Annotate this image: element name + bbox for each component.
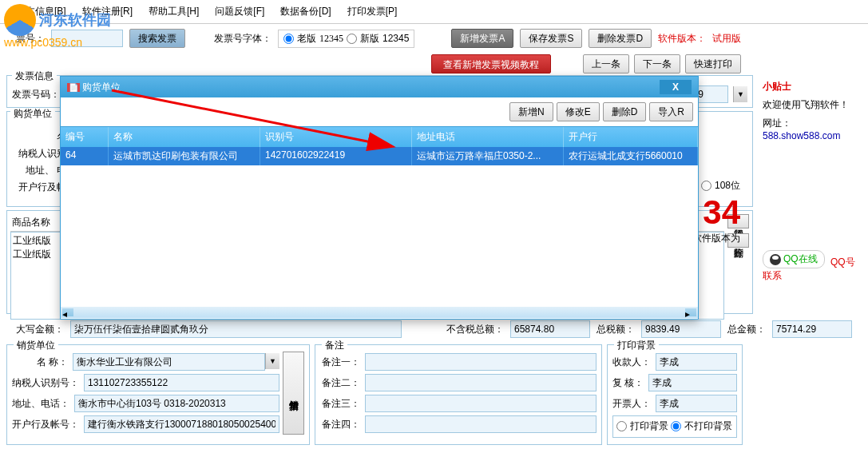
th-no[interactable]: 编号 (61, 127, 109, 147)
font-new-sample: 12345 (382, 33, 409, 44)
seller-bank-label: 开户行及帐号： (12, 418, 79, 431)
modal-table-header: 编号 名称 识别号 地址电话 开户行 (61, 126, 698, 147)
version-value: 试用版 (712, 32, 741, 46)
invoice-info-title: 发票信息 (12, 70, 57, 81)
payee-label: 收款人： (612, 356, 651, 369)
total-input[interactable] (772, 320, 852, 338)
date-dropdown-icon[interactable]: ▼ (733, 86, 747, 102)
modal-close-button[interactable]: X (660, 80, 692, 94)
modal-title: 购货单位 (82, 81, 121, 93)
menu-register[interactable]: 软件注册[R] (82, 5, 133, 18)
td-bank: 农行运城北成支行5660010 (564, 147, 698, 165)
pretax-label: 不含税总额： (446, 323, 504, 336)
seller-dropdown-icon[interactable]: ▼ (265, 353, 279, 369)
tips-welcome: 欢迎使用飞翔软件！ (763, 98, 857, 112)
remark1-input[interactable] (365, 353, 597, 371)
pretax-input[interactable] (510, 320, 590, 338)
seller-addr-input[interactable] (74, 395, 279, 412)
menu-help[interactable]: 帮助工具[H] (149, 5, 199, 18)
modal-delete-button[interactable]: 删除D (603, 102, 647, 121)
tips-url: 588.show588.com (763, 130, 840, 141)
print-bg-no-label: 不打印背景 (684, 419, 732, 433)
total-label: 总金额： (727, 323, 766, 336)
pos-108-radio[interactable] (701, 181, 711, 191)
prev-button[interactable]: 上一条 (583, 54, 629, 74)
reviewer-input[interactable] (648, 374, 737, 391)
tips-url-label: 网址： (763, 117, 791, 129)
buyer-tax-label: 纳税人识别 (10, 147, 66, 161)
seller-tax-input[interactable] (84, 374, 279, 391)
table-row[interactable]: 64 运城市凯达印刷包装有限公司 142701602922419 运城市运万路幸… (61, 147, 698, 165)
payee-input[interactable] (656, 353, 737, 371)
remark3-input[interactable] (365, 395, 597, 412)
add-invoice-button[interactable]: 新增发票A (451, 29, 513, 48)
modal-add-button[interactable]: 新增N (509, 102, 553, 121)
issuer-input[interactable] (656, 395, 737, 412)
td-no: 64 (61, 147, 109, 165)
version-label: 软件版本： (658, 32, 706, 46)
seller-name-input[interactable] (73, 353, 265, 371)
qq-online-button[interactable]: QQ在线 (763, 250, 825, 268)
th-bank[interactable]: 开户行 (564, 127, 698, 147)
menu-feedback[interactable]: 问题反馈[F] (215, 5, 264, 18)
save-invoice-button[interactable]: 保存发票S (520, 29, 582, 48)
scroll-left-icon[interactable]: ◂ (62, 308, 73, 316)
print-bg-title: 打印背景 (614, 339, 659, 352)
remark3-label: 备注三： (320, 397, 360, 411)
modal-import-button[interactable]: 导入R (649, 102, 693, 121)
th-id[interactable]: 识别号 (260, 127, 412, 147)
cn-amount-input[interactable] (70, 320, 402, 338)
invoice-no-label: 票号： (16, 32, 45, 46)
th-name[interactable]: 名称 (109, 127, 260, 147)
buyer-bank-label: 开户行及帐 (10, 181, 66, 194)
big-number: 34 (692, 193, 740, 232)
buyer-addr-label: 地址、 电 (10, 164, 66, 177)
tips-title: 小贴士 (763, 80, 857, 93)
remark2-label: 备注二： (320, 376, 360, 390)
remark4-label: 备注四： (320, 418, 360, 431)
print-bg-yes-radio[interactable] (616, 421, 627, 431)
buyer-title: 购货单位 (10, 108, 55, 119)
tax-input[interactable] (641, 320, 721, 338)
search-invoice-button[interactable]: 搜索发票 (129, 29, 185, 48)
menu-basic[interactable]: 基本信息[B] (16, 5, 66, 18)
font-new-radio[interactable] (347, 34, 357, 44)
reviewer-label: 复 核： (612, 376, 644, 390)
remarks-title: 备注 (322, 339, 347, 352)
td-addr: 运城市运万路幸福庄0350-2... (412, 147, 564, 165)
menu-backup[interactable]: 数据备份[D] (280, 5, 331, 18)
seller-tax-label: 纳税人识别号： (12, 376, 79, 390)
menu-print[interactable]: 打印发票[P] (347, 5, 398, 18)
scroll-right-icon[interactable]: ▸ (685, 308, 696, 316)
next-button[interactable]: 下一条 (634, 54, 680, 74)
delete-invoice-button[interactable]: 删除发票D (589, 29, 652, 48)
seller-name-label: 名 称： (12, 356, 68, 369)
th-addr[interactable]: 地址电话 (412, 127, 564, 147)
buyer-name-label: 名 (10, 130, 66, 144)
remark2-input[interactable] (365, 374, 597, 391)
buyer-selection-dialog: 📄 购货单位 X 新增N 修改E 删除D 导入R 编号 名称 识别号 地址电话 … (60, 76, 699, 320)
add-seller-button[interactable]: 新增销货单位 (283, 352, 304, 435)
td-id: 142701602922419 (260, 147, 412, 165)
seller-title: 销货单位 (14, 339, 58, 352)
qq-icon (770, 254, 781, 265)
font-old-label: 老版 (297, 32, 316, 46)
modal-scrollbar[interactable]: ◂ ▸ (61, 307, 698, 318)
font-old-radio[interactable] (283, 34, 294, 44)
cn-amount-label: 大写金额： (16, 323, 64, 336)
invoice-no-input[interactable] (51, 30, 123, 47)
font-old-sample: 12345 (319, 33, 343, 45)
issuer-label: 开票人： (612, 397, 651, 411)
font-label: 发票号字体： (214, 32, 271, 46)
td-name: 运城市凯达印刷包装有限公司 (109, 147, 260, 165)
modal-edit-button[interactable]: 修改E (557, 102, 600, 121)
video-tutorial-button[interactable]: 查看新增发票视频教程 (431, 54, 551, 74)
seller-bank-input[interactable] (84, 415, 279, 433)
invoice-number-label: 发票号码： (12, 88, 60, 101)
print-bg-no-radio[interactable] (671, 421, 681, 431)
tax-label: 总税额： (597, 323, 635, 336)
remark1-label: 备注一： (320, 356, 360, 369)
pos-108-label: 108位 (715, 179, 740, 193)
quick-print-button[interactable]: 快速打印 (685, 54, 741, 74)
remark4-input[interactable] (365, 415, 597, 433)
